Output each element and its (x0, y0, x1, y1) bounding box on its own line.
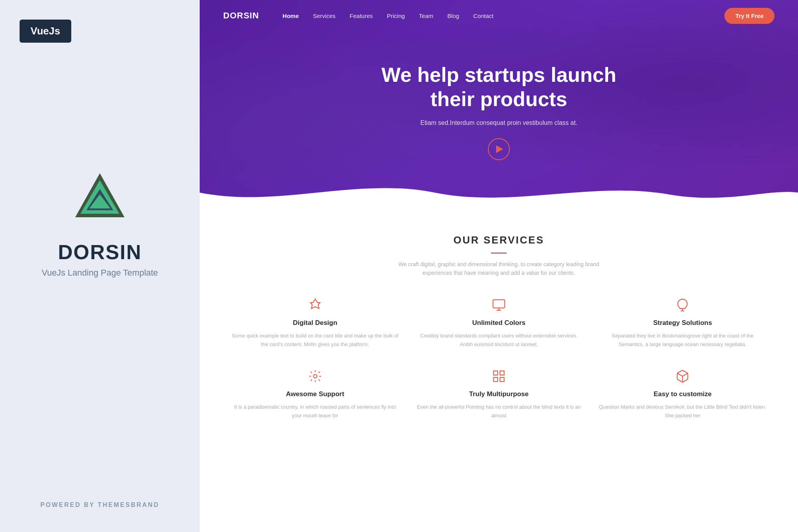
svg-rect-7 (500, 371, 504, 375)
service-card-unlimited-colors: Unlimited Colors Credibly brand standard… (415, 297, 583, 349)
svg-rect-4 (493, 299, 505, 308)
nav-links: Home Services Features Pricing Team Blog… (283, 13, 725, 19)
services-grid: Digital Design Some quick example text t… (231, 297, 767, 420)
nav-link-blog[interactable]: Blog (448, 13, 459, 19)
service-text-strategy: Separated they live in Bookmarksgrove ri… (599, 332, 767, 349)
services-description: We craft digital, graphic and dimensiona… (385, 260, 612, 278)
multipurpose-icon (415, 368, 583, 384)
try-it-free-button[interactable]: Try It Free (724, 8, 775, 24)
website-preview: DORSIN Home Services Features Pricing Te… (200, 0, 798, 532)
svg-rect-8 (493, 377, 498, 382)
play-button[interactable] (488, 138, 510, 160)
vuejs-badge: VueJs (20, 20, 71, 43)
svg-point-5 (313, 374, 317, 378)
navbar: DORSIN Home Services Features Pricing Te… (200, 0, 798, 31)
svg-rect-9 (500, 377, 504, 382)
unlimited-colors-icon (415, 297, 583, 313)
service-text-digital-design: Some quick example text to build on the … (231, 332, 399, 349)
brand-title: DORSIN (58, 240, 142, 264)
service-text-multipurpose: Even the all-powerful Pointing has no co… (415, 403, 583, 420)
service-name-support: Awesome Support (231, 390, 399, 398)
support-icon (231, 368, 399, 384)
nav-link-services[interactable]: Services (313, 13, 336, 19)
play-icon (496, 145, 503, 153)
service-name-digital-design: Digital Design (231, 319, 399, 327)
nav-link-home[interactable]: Home (283, 13, 299, 19)
service-card-digital-design: Digital Design Some quick example text t… (231, 297, 399, 349)
service-text-unlimited-colors: Credibly brand standards compliant users… (415, 332, 583, 349)
brand-subtitle: VueJs Landing Page Template (42, 268, 158, 278)
strategy-icon (599, 297, 767, 313)
service-text-support: It is a paradisematic country, in which … (231, 403, 399, 420)
nav-link-features[interactable]: Features (350, 13, 373, 19)
service-name-unlimited-colors: Unlimited Colors (415, 319, 583, 327)
vue-logo (65, 168, 135, 231)
nav-link-team[interactable]: Team (419, 13, 433, 19)
hero-section: DORSIN Home Services Features Pricing Te… (200, 0, 798, 207)
svg-rect-6 (493, 371, 498, 375)
nav-logo: DORSIN (223, 11, 259, 21)
hero-title: We help startups launch their products (362, 63, 636, 112)
nav-link-pricing[interactable]: Pricing (387, 13, 405, 19)
powered-by-text: POWERED BY THEMESBRAND (40, 501, 159, 509)
service-name-strategy: Strategy Solutions (599, 319, 767, 327)
hero-subtitle: Etiam sed.Interdum consequat proin vesti… (401, 119, 597, 126)
nav-link-contact[interactable]: Contact (473, 13, 494, 19)
service-card-support: Awesome Support It is a paradisematic co… (231, 368, 399, 420)
service-text-customize: Question Marks and devious Semikoli, but… (599, 403, 767, 420)
service-name-multipurpose: Truly Multipurpose (415, 390, 583, 398)
service-card-multipurpose: Truly Multipurpose Even the all-powerful… (415, 368, 583, 420)
digital-design-icon (231, 297, 399, 313)
service-name-customize: Easy to customize (599, 390, 767, 398)
services-title: OUR SERVICES (231, 234, 767, 246)
service-card-customize: Easy to customize Question Marks and dev… (599, 368, 767, 420)
service-card-strategy: Strategy Solutions Separated they live i… (599, 297, 767, 349)
customize-icon (599, 368, 767, 384)
services-header: OUR SERVICES We craft digital, graphic a… (231, 234, 767, 278)
services-section: OUR SERVICES We craft digital, graphic a… (200, 207, 798, 444)
hero-content: We help startups launch their products E… (200, 31, 798, 160)
wave-divider (200, 177, 798, 207)
services-divider (491, 252, 507, 254)
left-panel: VueJs DORSIN VueJs Landing Page Template… (0, 0, 200, 532)
